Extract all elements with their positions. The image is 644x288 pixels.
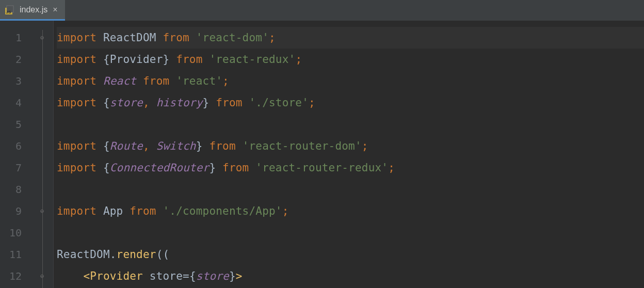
- svg-text:JS: JS: [6, 10, 11, 14]
- code-line[interactable]: [57, 114, 644, 135]
- line-number: 3: [0, 70, 31, 92]
- tab-bar: JS index.js ×: [0, 0, 644, 21]
- line-number: 10: [0, 222, 31, 244]
- close-icon[interactable]: ×: [53, 6, 57, 14]
- line-number: 9: [0, 200, 31, 222]
- js-file-icon: JS: [5, 5, 14, 14]
- code-line[interactable]: [57, 222, 644, 244]
- code-line[interactable]: import {Route, Switch} from 'react-route…: [57, 135, 644, 157]
- line-number: 12: [0, 265, 31, 287]
- fold-gutter: ⊖ ⊖ ⊖: [31, 21, 54, 288]
- line-number: 11: [0, 244, 31, 265]
- tab-filename: index.js: [20, 5, 47, 14]
- code-line[interactable]: ReactDOM.render((: [57, 244, 644, 265]
- line-number: 8: [0, 179, 31, 200]
- line-number: 2: [0, 49, 31, 70]
- code-line[interactable]: <Provider store={store}>: [57, 265, 644, 287]
- code-line[interactable]: [57, 179, 644, 200]
- line-number-gutter: 1 2 3 4 5 6 7 8 9 10 11 12: [0, 21, 31, 288]
- code-line[interactable]: import React from 'react';: [57, 70, 644, 92]
- code-editor[interactable]: 1 2 3 4 5 6 7 8 9 10 11 12 ⊖ ⊖ ⊖ import …: [0, 21, 644, 288]
- code-area[interactable]: import ReactDOM from 'react-dom'; import…: [54, 21, 644, 288]
- line-number: 7: [0, 157, 31, 179]
- line-number: 5: [0, 114, 31, 135]
- line-number: 4: [0, 92, 31, 114]
- code-line[interactable]: import App from './components/App';: [57, 200, 644, 222]
- line-number: 6: [0, 135, 31, 157]
- code-line[interactable]: import {store, history} from './store';: [57, 92, 644, 114]
- code-line[interactable]: import {Provider} from 'react-redux';: [57, 49, 644, 70]
- tab-index-js[interactable]: JS index.js ×: [0, 0, 65, 21]
- line-number: 1: [0, 27, 31, 49]
- code-line[interactable]: import {ConnectedRouter} from 'react-rou…: [57, 157, 644, 179]
- code-line[interactable]: import ReactDOM from 'react-dom';: [57, 27, 644, 49]
